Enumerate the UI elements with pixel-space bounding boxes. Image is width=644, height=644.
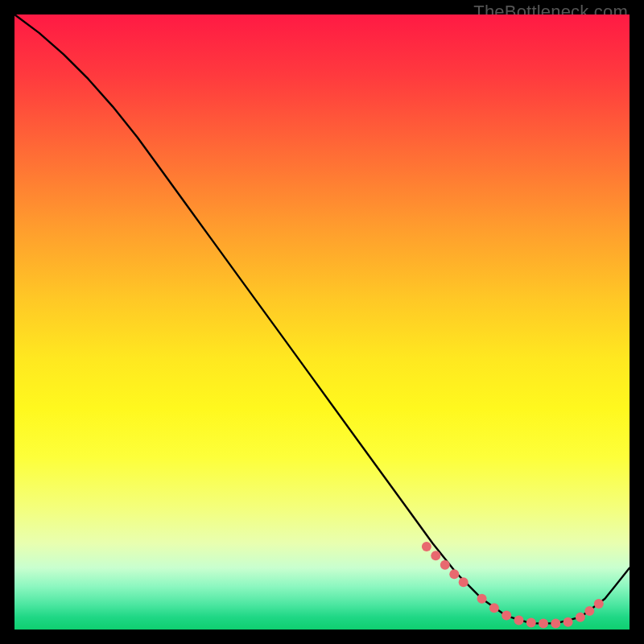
chart-stage: TheBottleneck.com <box>0 0 644 644</box>
highlight-point <box>431 551 440 560</box>
highlight-point <box>422 542 431 551</box>
highlight-point <box>526 618 536 628</box>
highlight-point <box>514 616 524 625</box>
chart-svg <box>14 14 630 630</box>
highlight-point <box>564 617 573 627</box>
curve-path <box>14 14 630 623</box>
highlight-point <box>576 613 585 622</box>
highlight-point <box>449 569 459 579</box>
highlight-points <box>422 542 604 629</box>
bottleneck-curve <box>14 14 630 623</box>
highlight-point <box>477 594 487 604</box>
highlight-point <box>594 599 604 609</box>
highlight-point <box>489 603 499 613</box>
highlight-point <box>502 610 511 620</box>
highlight-point <box>440 560 450 570</box>
highlight-point <box>584 606 594 616</box>
highlight-point <box>459 577 469 587</box>
plot-area <box>14 14 630 630</box>
highlight-point <box>551 618 560 628</box>
highlight-point <box>539 618 548 628</box>
